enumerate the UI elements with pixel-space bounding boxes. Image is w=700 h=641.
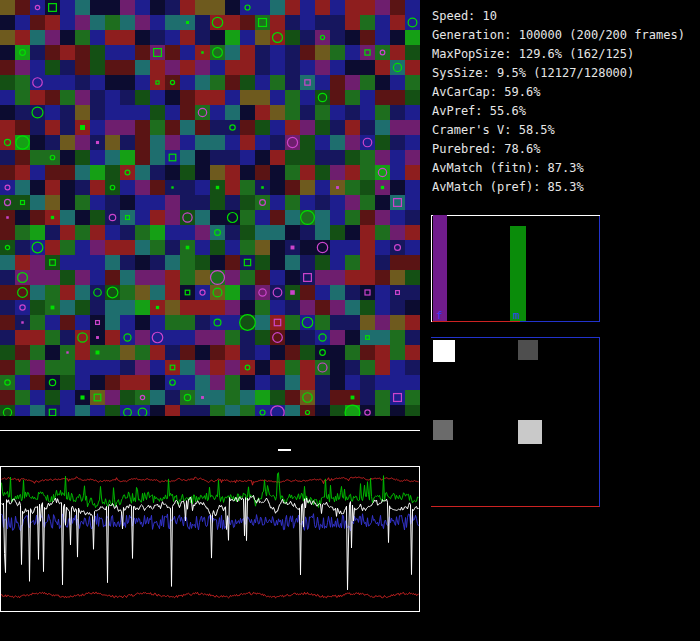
match-matrix-cell	[433, 420, 453, 440]
match-matrix-cell	[433, 340, 455, 362]
stat-line: Purebred: 78.6%	[432, 140, 685, 159]
history-chart-canvas	[1, 467, 419, 611]
evolution-simulator-window: Speed: 10Generation: 100000 (200/200 fra…	[0, 0, 700, 641]
world-grid-canvas[interactable]	[0, 0, 420, 416]
stat-line: Cramer's V: 58.5%	[432, 121, 685, 140]
population-bar-f: f	[433, 215, 447, 321]
match-matrix-cell	[518, 420, 542, 444]
history-chart	[0, 466, 420, 612]
stat-line: SysSize: 9.5% (12127/128000)	[432, 64, 685, 83]
stat-line: Speed: 10	[432, 7, 685, 26]
match-matrix-cell	[518, 340, 538, 360]
bar-label: f	[436, 310, 443, 321]
timeline-marker	[278, 449, 291, 451]
stat-line: AvPref: 55.6%	[432, 102, 685, 121]
bar-label: m	[513, 310, 520, 321]
sex-ratio-chart: fm	[431, 215, 600, 322]
stat-line: Generation: 100000 (200/200 frames)	[432, 26, 685, 45]
stats-panel: Speed: 10Generation: 100000 (200/200 fra…	[432, 7, 685, 197]
chart-edge-bottom-red	[432, 321, 520, 322]
match-matrix	[431, 337, 600, 507]
chart-edge-right	[599, 216, 600, 322]
stat-line: AvMatch (pref): 85.3%	[432, 178, 685, 197]
stat-line: AvCarCap: 59.6%	[432, 83, 685, 102]
timeline-ruler	[0, 430, 420, 431]
population-bar-m: m	[510, 226, 526, 321]
stat-line: MaxPopSize: 129.6% (162/125)	[432, 45, 685, 64]
chart-edge-bottom-blue	[520, 321, 600, 322]
stat-line: AvMatch (fitn): 87.3%	[432, 159, 685, 178]
